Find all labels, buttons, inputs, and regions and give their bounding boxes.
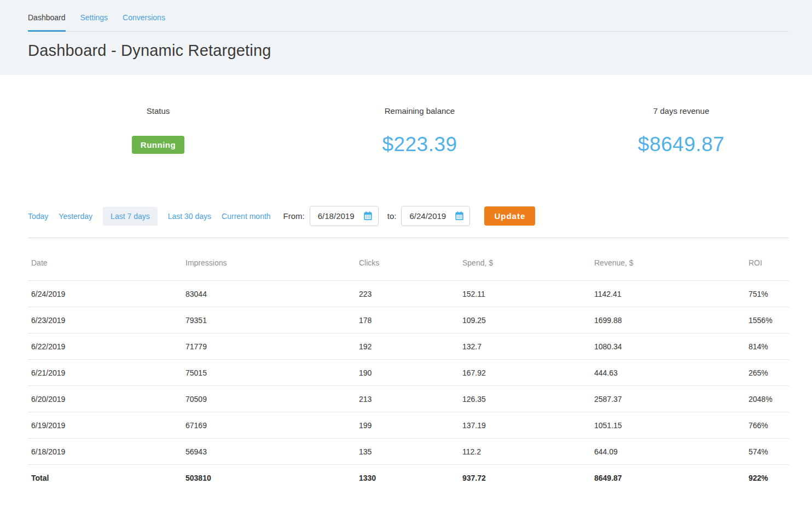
col-header-impressions: Impressions [182,238,356,281]
cell-impressions: 67169 [182,412,356,439]
cell-clicks: 190 [356,360,459,386]
to-label: to: [387,211,397,221]
cell-revenue: 444.63 [591,360,745,386]
cell-spend: 152.11 [459,281,591,307]
cell-revenue: 1080.34 [591,333,745,360]
balance-label: Remaining balance [289,106,550,116]
balance-value: $223.39 [382,133,457,156]
header-band: Dashboard Settings Conversions Dashboard… [0,0,812,75]
cell-revenue: 1142.41 [591,281,745,307]
cell-roi: 1556% [745,307,789,333]
table-row: 6/20/2019 70509 213 126.35 2587.37 2048% [28,386,789,412]
col-header-revenue: Revenue, $ [591,238,745,281]
cell-roi: 814% [745,333,789,360]
table-total-row: Total 503810 1330 937.72 8649.87 922% [28,465,789,491]
from-date-field [310,206,379,226]
filter-bar: Today Yesterday Last 7 days Last 30 days… [28,206,812,226]
cell-date: 6/21/2019 [28,360,182,386]
cell-spend: 137.19 [459,412,591,439]
cell-impressions: 56943 [182,439,356,465]
update-button[interactable]: Update [484,206,535,226]
cell-spend: 112.2 [459,439,591,465]
cell-roi: 766% [745,412,789,439]
cell-clicks: 223 [356,281,459,307]
col-header-spend: Spend, $ [459,238,591,281]
cell-clicks: 192 [356,333,459,360]
table-row: 6/22/2019 71779 192 132.7 1080.34 814% [28,333,789,360]
col-header-roi: ROI [745,238,789,281]
total-roi: 922% [745,465,789,491]
cell-roi: 2048% [745,386,789,412]
cell-impressions: 75015 [182,360,356,386]
calendar-icon[interactable] [363,211,373,221]
cell-clicks: 135 [356,439,459,465]
col-header-date: Date [28,238,182,281]
preset-today[interactable]: Today [28,212,48,221]
table-row: 6/18/2019 56943 135 112.2 644.09 574% [28,439,789,465]
cell-clicks: 213 [356,386,459,412]
stat-7days-revenue: 7 days revenue $8649.87 [550,106,812,157]
tab-dashboard[interactable]: Dashboard [28,0,66,32]
table-row: 6/23/2019 79351 178 109.25 1699.88 1556% [28,307,789,333]
revenue-label: 7 days revenue [550,106,812,116]
cell-date: 6/19/2019 [28,412,182,439]
status-label: Status [27,106,289,116]
cell-roi: 265% [745,360,789,386]
cell-spend: 167.92 [459,360,591,386]
preset-current-month[interactable]: Current month [222,212,270,221]
table-header-row: Date Impressions Clicks Spend, $ Revenue… [28,238,789,281]
cell-date: 6/23/2019 [28,307,182,333]
cell-impressions: 71779 [182,333,356,360]
total-spend: 937.72 [459,465,591,491]
cell-revenue: 1699.88 [591,307,745,333]
tab-settings[interactable]: Settings [80,0,108,31]
cell-impressions: 79351 [182,307,356,333]
calendar-icon[interactable] [454,211,465,221]
total-impressions: 503810 [182,465,356,491]
cell-spend: 126.35 [459,386,591,412]
stat-status: Status Running [27,106,289,157]
table-row: 6/21/2019 75015 190 167.92 444.63 265% [28,360,789,386]
cell-revenue: 2587.37 [591,386,745,412]
page-title: Dashboard - Dynamic Retargeting [28,42,812,60]
to-date-field [401,206,470,226]
cell-revenue: 644.09 [591,439,745,465]
from-label: From: [283,211,305,221]
cell-clicks: 199 [356,412,459,439]
cell-roi: 751% [745,281,789,307]
tab-bar: Dashboard Settings Conversions [28,0,788,32]
cell-date: 6/20/2019 [28,386,182,412]
revenue-value: $8649.87 [638,133,724,156]
status-badge: Running [132,136,184,154]
preset-last-7-days[interactable]: Last 7 days [103,207,158,226]
cell-clicks: 178 [356,307,459,333]
cell-date: 6/24/2019 [28,281,182,307]
cell-spend: 109.25 [459,307,591,333]
cell-date: 6/22/2019 [28,333,182,360]
cell-revenue: 1051.15 [591,412,745,439]
cell-date: 6/18/2019 [28,439,182,465]
table-row: 6/24/2019 83044 223 152.11 1142.41 751% [28,281,789,307]
stats-row: Status Running Remaining balance $223.39… [27,75,812,157]
total-clicks: 1330 [356,465,459,491]
total-label: Total [28,465,182,491]
cell-spend: 132.7 [459,333,591,360]
report-table: Date Impressions Clicks Spend, $ Revenue… [28,238,789,491]
table-row: 6/19/2019 67169 199 137.19 1051.15 766% [28,412,789,439]
cell-roi: 574% [745,439,789,465]
col-header-clicks: Clicks [356,238,459,281]
stat-remaining-balance: Remaining balance $223.39 [289,106,550,157]
total-revenue: 8649.87 [591,465,745,491]
preset-last-30-days[interactable]: Last 30 days [168,212,211,221]
cell-impressions: 83044 [182,281,356,307]
cell-impressions: 70509 [182,386,356,412]
preset-yesterday[interactable]: Yesterday [59,212,92,221]
tab-conversions[interactable]: Conversions [123,0,165,31]
